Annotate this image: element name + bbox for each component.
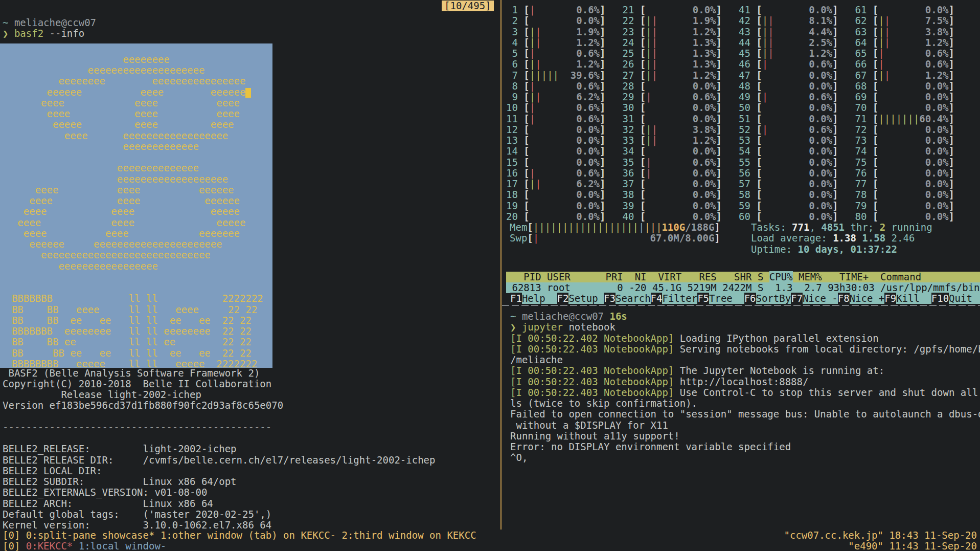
cpu-meter-80: 80 [0.0%] bbox=[855, 211, 972, 222]
pane-basf2-shell[interactable]: ~ meliache@ccw07 ❯ basf2 --info eeeeeeee… bbox=[0, 0, 500, 530]
meter-bracket: [ bbox=[867, 167, 878, 179]
process-row-selected[interactable]: 62813 root 0 -20 45.1G 5219M 2422M S 1.3… bbox=[506, 282, 980, 293]
tmux-pane-border-horizontal[interactable] bbox=[502, 305, 980, 306]
fkey-label: Help bbox=[522, 293, 557, 304]
cpu-percent: 0.0% bbox=[576, 135, 600, 146]
logo-art-line: eeeeeeee eeeeeeeeeeeeeeee bbox=[0, 76, 272, 86]
tmux-pane-border-vertical[interactable] bbox=[500, 0, 502, 530]
meter-body: 0.0% bbox=[762, 168, 832, 179]
cpu-meter-28: 28 [0.0%] bbox=[623, 81, 739, 92]
cpu-number: 2 bbox=[506, 15, 518, 26]
meter-bar: | bbox=[762, 37, 768, 48]
text-segment: Failed to open connection to "session" m… bbox=[510, 409, 980, 420]
cpu-meter-6: 6 [||1.2%] bbox=[506, 59, 623, 70]
fkey-f2[interactable]: F2Setup bbox=[557, 293, 604, 304]
pane-jupyter-shell[interactable]: ~ meliache@ccw07 16s❯ jupyter notebook[I… bbox=[506, 308, 980, 528]
cpu-number: 73 bbox=[855, 135, 867, 146]
cpu-meter-3: 3 [||1.9%] bbox=[506, 27, 623, 37]
meter-bar: | bbox=[652, 58, 657, 70]
meter-body: 0.0% bbox=[878, 157, 948, 168]
meter-bracket: ] bbox=[716, 80, 722, 92]
tmux-window-0-kekcc[interactable]: 0:KEKCC* bbox=[26, 540, 79, 551]
meter-bars: || bbox=[878, 37, 890, 48]
cpu-meter-65: 65 [|0.6%] bbox=[855, 48, 972, 59]
fkey-f10[interactable]: F10Quit bbox=[931, 293, 980, 304]
meter-bar: | bbox=[533, 232, 539, 244]
cpu-meter-29: 29 [|0.6%] bbox=[623, 92, 739, 102]
cpu-row: 4 [||1.2%]24 [||1.3%]44 [||2.5%]64 [||1.… bbox=[506, 37, 980, 48]
meter-bar: | bbox=[646, 58, 651, 70]
process-table-header[interactable]: PID USER PRI NI VIRT RES SHR S CPU% MEM%… bbox=[506, 272, 980, 282]
cpu-number: 11 bbox=[506, 114, 518, 124]
cpu-meter-11: 11 [|0.6%] bbox=[506, 114, 623, 124]
fkey-f8[interactable]: F8Nice + bbox=[838, 293, 885, 304]
meter-bracket: [ bbox=[634, 211, 646, 222]
cpu-percent: 0.0% bbox=[809, 201, 832, 211]
cpu-meter-13: 13 [0.0%] bbox=[506, 135, 623, 146]
cpu-percent: 0.0% bbox=[809, 135, 832, 146]
cpu-percent: 0.0% bbox=[809, 102, 832, 113]
meter-bars: ||||| bbox=[530, 70, 559, 81]
cpu-percent: 0.6% bbox=[576, 5, 600, 15]
cpu-meter-64: 64 [||1.2%] bbox=[855, 37, 972, 48]
pane-htop[interactable]: 1 [|0.6%]21 [0.0%]41 [0.0%]61 [0.0%]2 [0… bbox=[506, 0, 980, 304]
header-columns[interactable]: MEM% TIME+ Command bbox=[793, 271, 922, 282]
tmux-window-0-split-pane[interactable]: 0:split-pane showcase* bbox=[26, 530, 161, 541]
tmux-window-1-other[interactable]: 1:other window (tab) on KEKCC- bbox=[161, 530, 342, 541]
cpu-meter-24: 24 [||1.3%] bbox=[623, 37, 739, 48]
header-sort-column[interactable]: CPU% bbox=[769, 271, 793, 282]
meter-bracket: ] bbox=[832, 200, 838, 211]
fkey-f9[interactable]: F9Kill bbox=[884, 293, 931, 304]
cpu-number: 76 bbox=[855, 168, 867, 179]
cpu-meter-30: 30 [0.0%] bbox=[623, 102, 739, 113]
text-segment: /meliache bbox=[510, 355, 563, 365]
logo-art-line bbox=[0, 152, 272, 163]
cpu-row: 15 [0.0%]35 [|0.6%]55 [0.0%]75 [0.0%] bbox=[506, 157, 980, 168]
cpu-number: 48 bbox=[739, 81, 750, 92]
cpu-number: 75 bbox=[855, 157, 867, 168]
meter-bars: || bbox=[646, 124, 657, 135]
meter-bracket: ] bbox=[832, 4, 838, 15]
cpu-percent: 60.4% bbox=[919, 114, 948, 124]
cpu-number: 53 bbox=[739, 135, 750, 146]
meter-bracket: [ bbox=[750, 4, 762, 15]
fkey-f7[interactable]: F7Nice - bbox=[791, 293, 838, 304]
jupyter-log-line: ls (twice to skip confirmation). bbox=[506, 398, 980, 409]
cpu-percent: 8.1% bbox=[809, 15, 832, 26]
cpu-meter-57: 57 [0.0%] bbox=[739, 179, 855, 189]
header-columns[interactable]: PID USER PRI NI VIRT RES SHR S bbox=[506, 271, 769, 282]
cpu-meter-26: 26 [||1.3%] bbox=[623, 59, 739, 70]
meter-body: ||1.3% bbox=[646, 59, 716, 70]
text-segment: ❯ bbox=[510, 322, 522, 333]
fkey-f3[interactable]: F3Search bbox=[604, 293, 651, 304]
text-segment: 4851 bbox=[821, 222, 845, 233]
meter-text-part: /188G bbox=[685, 222, 714, 233]
cpu-meter-48: 48 [0.0%] bbox=[739, 81, 855, 92]
meter-bracket: [ bbox=[634, 26, 646, 37]
jupyter-log-line: [I 00:50:22.403 NotebookApp] Use Control… bbox=[506, 387, 980, 398]
cpu-number: 35 bbox=[623, 157, 634, 168]
logo-art-line: BBBBBBB ll ll 2222222 bbox=[0, 293, 272, 304]
fkey-f5[interactable]: F5Tree bbox=[697, 293, 744, 304]
cpu-number: 16 bbox=[506, 168, 518, 179]
meter-bracket: ] bbox=[949, 200, 954, 211]
logo-art-line: BB BB ee ee ll ll ee ee 22 22 bbox=[0, 348, 272, 359]
fkey-f4[interactable]: F4Filter bbox=[651, 293, 698, 304]
meter-body: 0.0% bbox=[762, 146, 832, 157]
tmux-window-2-third[interactable]: 2:third window on KEKCC bbox=[341, 530, 476, 541]
meter-bracket: [ bbox=[518, 211, 530, 222]
meter-body: 0.0% bbox=[878, 201, 948, 211]
cpu-percent: 0.0% bbox=[809, 211, 832, 222]
cpu-meter-73: 73 [0.0%] bbox=[855, 135, 972, 146]
fkey-f1[interactable]: F1Help bbox=[510, 293, 557, 304]
meter-text-part: 110G bbox=[662, 222, 685, 233]
meter-bracket: [ bbox=[867, 91, 878, 102]
fkey-f6[interactable]: F6SortBy bbox=[744, 293, 791, 304]
meter-bracket: [ bbox=[867, 102, 878, 113]
meter-bracket: ] bbox=[832, 58, 838, 70]
cpu-meter-5: 5 [|0.6%] bbox=[506, 48, 623, 59]
uptime: Uptime: 10 days, 01:37:22 bbox=[751, 244, 897, 255]
tmux-window-1-local[interactable]: 1:local window- bbox=[79, 540, 167, 551]
cpu-number: 31 bbox=[623, 114, 634, 124]
meter-bar: | bbox=[598, 222, 603, 233]
